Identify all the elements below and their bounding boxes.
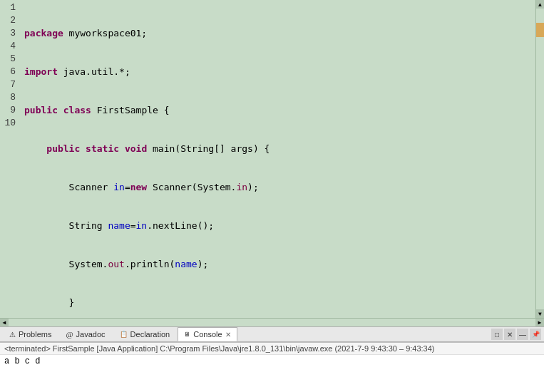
console-icon: 🖥: [184, 331, 190, 338]
code-container: 1 2 3 4 5 6 7 8 9 10 package myworkspace…: [0, 0, 544, 318]
scroll-track-v[interactable]: [536, 9, 545, 309]
code-line-2: import java.util.*;: [24, 66, 535, 78]
javadoc-icon: @: [66, 330, 73, 339]
line-numbers: 1 2 3 4 5 6 7 8 9 10: [0, 0, 21, 318]
scroll-down-button[interactable]: ▼: [536, 309, 545, 318]
scroll-thumb-v[interactable]: [536, 23, 545, 37]
scroll-right-button[interactable]: ▶: [535, 319, 544, 327]
code-line-7: System.out.println(name);: [24, 258, 535, 271]
bottom-tabs-bar: ⚠ Problems @ Javadoc 📋 Declaration 🖥 Con…: [0, 326, 544, 342]
tab-problems[interactable]: ⚠ Problems: [3, 327, 58, 341]
maximize-console-button[interactable]: —: [517, 329, 528, 340]
vertical-scrollbar[interactable]: ▲ ▼: [535, 0, 544, 318]
code-line-4: public static void main(String[] args) {: [24, 143, 535, 155]
code-line-1: package myworkspace01;: [24, 27, 535, 40]
console-output-line-1: a b c d: [4, 356, 540, 366]
close-console-button[interactable]: ✕: [504, 329, 515, 340]
tab-action-buttons: □ ✕ — 📌: [491, 329, 541, 340]
tab-console-label: Console: [193, 330, 222, 339]
code-line-6: String name=in.nextLine();: [24, 220, 535, 232]
console-tab-close[interactable]: ✕: [225, 331, 231, 339]
code-editor[interactable]: package myworkspace01; import java.util.…: [21, 0, 535, 318]
scroll-left-button[interactable]: ◀: [0, 319, 9, 327]
console-terminated-line: <terminated> FirstSample [Java Applicati…: [0, 343, 544, 355]
tab-declaration[interactable]: 📋 Declaration: [113, 327, 177, 341]
code-line-3: public class FirstSample {: [24, 104, 535, 117]
tab-javadoc[interactable]: @ Javadoc: [59, 327, 111, 341]
tab-javadoc-label: Javadoc: [76, 330, 106, 339]
code-line-8: }: [24, 296, 535, 309]
code-line-5: Scanner in=new Scanner(System.in);: [24, 181, 535, 194]
console-output: a b c d: [0, 355, 544, 392]
tab-problems-label: Problems: [19, 330, 51, 339]
problems-icon: ⚠: [9, 331, 16, 339]
tab-declaration-label: Declaration: [130, 330, 170, 339]
horizontal-scrollbar[interactable]: ◀ ▶: [0, 318, 544, 326]
tab-console[interactable]: 🖥 Console ✕: [178, 327, 237, 341]
console-area: <terminated> FirstSample [Java Applicati…: [0, 342, 544, 392]
pin-console-button[interactable]: 📌: [530, 329, 541, 340]
scroll-track-h: [9, 319, 535, 327]
minimize-console-button[interactable]: □: [491, 329, 503, 340]
editor-area: 1 2 3 4 5 6 7 8 9 10 package myworkspace…: [0, 0, 544, 326]
declaration-icon: 📋: [120, 331, 128, 338]
scroll-up-button[interactable]: ▲: [536, 0, 545, 9]
